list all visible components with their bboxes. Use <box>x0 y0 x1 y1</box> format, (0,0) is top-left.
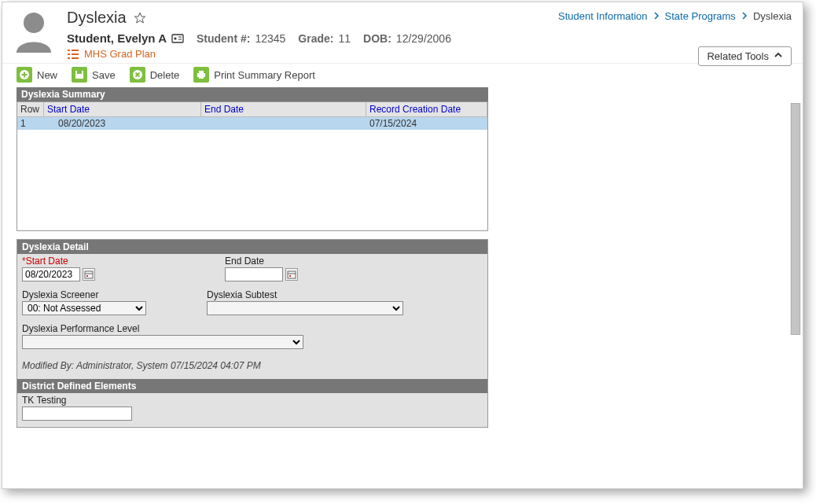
detail-panel: Dyslexia Detail *Start Date End Date <box>17 239 488 428</box>
print-label: Print Summary Report <box>214 69 315 81</box>
breadcrumb-state-programs[interactable]: State Programs <box>665 10 736 22</box>
breadcrumb: Student Information State Programs Dysle… <box>558 10 792 22</box>
dde-section-header: District Defined Elements <box>17 379 487 393</box>
chevron-right-icon <box>652 10 660 22</box>
avatar <box>12 9 56 53</box>
col-header-row[interactable]: Row <box>17 102 44 116</box>
print-summary-button[interactable]: Print Summary Report <box>193 67 315 83</box>
svg-rect-23 <box>85 271 93 278</box>
student-number-label: Student #: <box>197 32 250 45</box>
favorite-star-icon[interactable] <box>133 11 147 25</box>
cell-end-date <box>201 117 366 130</box>
tk-testing-input[interactable] <box>22 407 132 421</box>
page-header: Dyslexia Student, Evelyn A Student #: 12… <box>2 2 803 63</box>
dob-value: 12/29/2006 <box>396 32 451 45</box>
save-icon <box>72 67 87 83</box>
related-tools-button[interactable]: Related Tools <box>698 46 792 66</box>
id-card-icon[interactable] <box>171 32 184 45</box>
tk-testing-label: TK Testing <box>22 395 483 406</box>
new-label: New <box>37 69 57 81</box>
screener-label: Dyslexia Screener <box>22 289 146 300</box>
grade-value: 11 <box>338 32 351 45</box>
delete-label: Delete <box>150 69 180 81</box>
calendar-icon[interactable] <box>285 268 298 281</box>
svg-point-0 <box>24 13 44 33</box>
svg-rect-21 <box>199 71 204 73</box>
cell-row: 1 <box>17 117 44 130</box>
cell-created-date: 07/15/2024 <box>366 117 487 130</box>
scrollbar-thumb[interactable] <box>791 103 800 335</box>
summary-table-header: Row Start Date End Date Record Creation … <box>17 102 487 117</box>
start-date-label: *Start Date <box>22 256 95 267</box>
svg-marker-1 <box>134 13 145 23</box>
table-row[interactable]: 1 08/20/2023 07/15/2024 <box>17 117 487 130</box>
subtest-label: Dyslexia Subtest <box>207 289 403 300</box>
student-number: 12345 <box>255 32 285 45</box>
cell-start-date: 08/20/2023 <box>44 117 201 130</box>
dob-label: DOB: <box>363 32 391 45</box>
breadcrumb-student-information[interactable]: Student Information <box>558 10 647 22</box>
svg-rect-26 <box>288 271 296 278</box>
breadcrumb-current: Dyslexia <box>753 10 792 22</box>
save-button[interactable]: Save <box>72 67 116 83</box>
grad-plan-link[interactable]: MHS Grad Plan <box>84 48 156 60</box>
col-header-end-date[interactable]: End Date <box>201 102 366 116</box>
svg-point-3 <box>174 37 176 39</box>
summary-table: Row Start Date End Date Record Creation … <box>17 101 488 231</box>
svg-rect-2 <box>172 35 183 42</box>
scrollbar[interactable] <box>790 103 801 335</box>
grade-label: Grade: <box>298 32 333 45</box>
summary-section-header: Dyslexia Summary <box>17 87 488 101</box>
student-name: Student, Evelyn A <box>67 31 167 45</box>
plus-icon <box>17 67 32 83</box>
toolbar: New Save Delete Print Summary Report <box>2 63 803 87</box>
svg-rect-28 <box>289 275 291 277</box>
page-title: Dyslexia <box>67 9 127 27</box>
col-header-record-creation-date[interactable]: Record Creation Date <box>366 102 487 116</box>
delete-button[interactable]: Delete <box>130 67 180 83</box>
svg-rect-16 <box>77 71 82 74</box>
delete-icon <box>130 67 145 83</box>
related-tools-label: Related Tools <box>707 50 769 62</box>
end-date-label: End Date <box>225 256 298 267</box>
print-icon <box>193 67 209 83</box>
performance-level-select[interactable] <box>22 335 303 349</box>
col-header-start-date[interactable]: Start Date <box>44 102 201 116</box>
svg-rect-25 <box>86 275 88 277</box>
save-label: Save <box>92 69 116 81</box>
student-info-row: Student, Evelyn A Student #: 12345 Grade… <box>67 31 793 45</box>
grad-plan-icon <box>67 49 79 60</box>
chevron-right-icon <box>741 10 748 22</box>
svg-rect-22 <box>199 76 204 79</box>
chevron-up-icon <box>774 50 783 62</box>
detail-section-header: Dyslexia Detail <box>17 240 487 254</box>
end-date-input[interactable] <box>225 267 283 281</box>
performance-level-label: Dyslexia Performance Level <box>22 323 303 334</box>
screener-select[interactable]: 00: Not Assessed <box>22 301 146 315</box>
modified-by-text: Modified By: Administrator, System 07/15… <box>22 357 483 373</box>
calendar-icon[interactable] <box>83 268 95 281</box>
new-button[interactable]: New <box>17 67 57 83</box>
start-date-input[interactable] <box>22 267 80 281</box>
subtest-select[interactable] <box>207 301 403 315</box>
